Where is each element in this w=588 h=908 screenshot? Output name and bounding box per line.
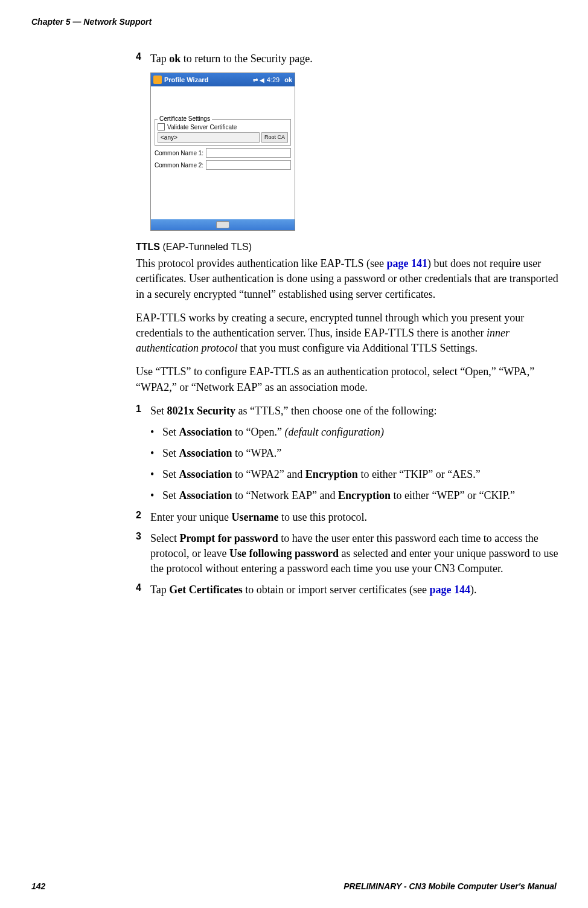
common-name-2-label: Common Name 2: xyxy=(155,162,203,169)
bullet-text: Set Association to “WPA.” xyxy=(162,446,558,461)
step-text: Select Prompt for password to have the u… xyxy=(150,531,558,577)
validate-checkbox-row: Validate Server Certificate xyxy=(158,123,288,130)
clock-time: 4:29 xyxy=(267,76,280,83)
ok-bold: ok xyxy=(169,53,181,65)
para-2: EAP-TTLS works by creating a secure, enc… xyxy=(136,311,558,356)
step-number: 3 xyxy=(136,531,150,577)
step-number: 4 xyxy=(136,582,150,597)
para-1: This protocol provides authentication li… xyxy=(136,256,558,302)
page-141-link[interactable]: page 141 xyxy=(386,257,427,269)
bullet-list: • Set Association to “Open.” (default co… xyxy=(150,425,558,504)
step-text: Set 8021x Security as “TTLS,” then choos… xyxy=(150,404,436,419)
common-name-2-input[interactable] xyxy=(206,160,291,170)
ttls-bold: TTLS xyxy=(136,242,160,252)
bottom-bar xyxy=(151,219,295,230)
step-4a: 4 Tap ok to return to the Security page. xyxy=(136,51,558,66)
page-footer: 142 PRELIMINARY - CN3 Mobile Computer Us… xyxy=(31,881,557,891)
para-3: Use “TTLS” to configure EAP-TTLS as an a… xyxy=(136,364,558,394)
content-area: 4 Tap ok to return to the Security page.… xyxy=(136,51,558,604)
bullet-2: • Set Association to “WPA.” xyxy=(150,446,558,461)
step-4b: 4 Tap Get Certificates to obtain or impo… xyxy=(136,582,558,597)
common-name-1-row: Common Name 1: xyxy=(155,148,291,158)
ttls-heading: TTLS (EAP-Tunneled TLS) xyxy=(136,242,558,253)
step-text: Enter your unique Username to use this p… xyxy=(150,510,367,525)
windows-icon xyxy=(153,76,162,84)
cert-dropdown-row: <any> Root CA xyxy=(158,132,288,143)
profile-wizard-screenshot: Profile Wizard ⇄ ◀ 4:29 ok Certificate S… xyxy=(150,72,295,231)
page-number: 142 xyxy=(31,881,45,891)
titlebar: Profile Wizard ⇄ ◀ 4:29 ok xyxy=(151,73,295,86)
network-icon: ⇄ xyxy=(253,77,258,83)
certificate-settings-fieldset: Certificate Settings Validate Server Cer… xyxy=(155,119,291,146)
manual-title: PRELIMINARY - CN3 Mobile Computer User's… xyxy=(344,881,557,891)
bullet-text: Set Association to “Open.” (default conf… xyxy=(162,425,558,440)
common-name-2-row: Common Name 2: xyxy=(155,160,291,170)
ttls-rest: (EAP-Tunneled TLS) xyxy=(160,242,252,252)
keyboard-icon[interactable] xyxy=(216,221,229,228)
chapter-label: Chapter 5 — Network Support xyxy=(31,17,152,27)
root-ca-button[interactable]: Root CA xyxy=(261,132,288,143)
bullet-3: • Set Association to “WPA2” and Encrypti… xyxy=(150,467,558,482)
bullet-dot: • xyxy=(150,446,162,461)
step-text: Tap Get Certificates to obtain or import… xyxy=(150,582,477,597)
bullet-dot: • xyxy=(150,488,162,503)
step-number: 2 xyxy=(136,510,150,525)
step-2: 2 Enter your unique Username to use this… xyxy=(136,510,558,525)
page-144-link[interactable]: page 144 xyxy=(430,584,471,596)
volume-icon: ◀ xyxy=(260,77,264,83)
page-header: Chapter 5 — Network Support xyxy=(31,17,152,27)
bullet-dot: • xyxy=(150,467,162,482)
step-1: 1 Set 8021x Security as “TTLS,” then cho… xyxy=(136,404,558,419)
bullet-dot: • xyxy=(150,425,162,440)
common-name-1-input[interactable] xyxy=(206,148,291,158)
common-name-1-label: Common Name 1: xyxy=(155,150,203,156)
step-number: 4 xyxy=(136,51,150,66)
status-icons: ⇄ ◀ xyxy=(253,77,264,83)
step-text: Tap ok to return to the Security page. xyxy=(150,51,313,66)
certificate-settings-legend: Certificate Settings xyxy=(158,115,212,122)
bullet-text: Set Association to “WPA2” and Encryption… xyxy=(162,467,558,482)
cert-dropdown[interactable]: <any> xyxy=(158,132,260,143)
bullet-text: Set Association to “Network EAP” and Enc… xyxy=(162,488,558,503)
ok-button[interactable]: ok xyxy=(284,76,292,83)
bullet-4: • Set Association to “Network EAP” and E… xyxy=(150,488,558,503)
screenshot-body: Certificate Settings Validate Server Cer… xyxy=(151,86,295,219)
validate-checkbox[interactable] xyxy=(158,123,165,130)
step-3: 3 Select Prompt for password to have the… xyxy=(136,531,558,577)
bullet-1: • Set Association to “Open.” (default co… xyxy=(150,425,558,440)
validate-label: Validate Server Certificate xyxy=(167,124,237,130)
window-title: Profile Wizard xyxy=(164,76,253,83)
step-number: 1 xyxy=(136,404,150,419)
